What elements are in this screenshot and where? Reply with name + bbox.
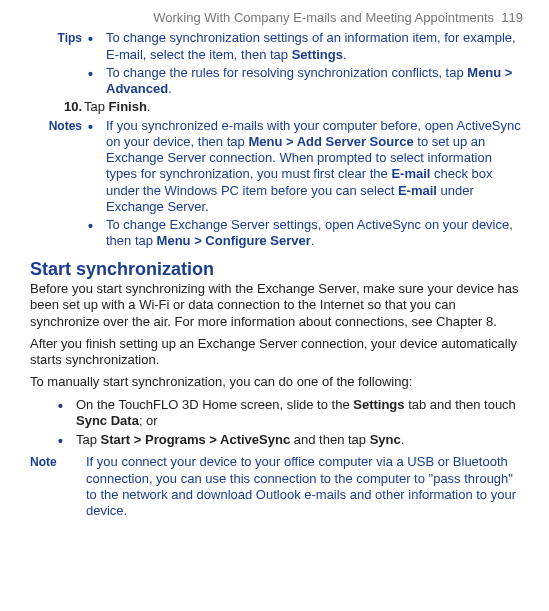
step-10: 10. Tap Finish. (30, 99, 523, 115)
bold: E-mail (391, 166, 430, 181)
bullet-icon: • (88, 217, 106, 233)
bold: Settings (292, 47, 343, 62)
section-heading: Start synchronization (30, 258, 523, 281)
bullet-icon: • (58, 397, 76, 413)
notes-row-1: Notes • If you synchronized e-mails with… (30, 118, 523, 216)
text: . (168, 81, 172, 96)
bold: Menu > Add Server Source (248, 134, 413, 149)
chapter-title: Working With Company E-mails and Meeting… (153, 10, 494, 25)
notes-row-2: • To change Exchange Server settings, op… (30, 217, 523, 250)
step-text: Tap Finish. (84, 99, 523, 115)
note-text-1: If you synchronized e-mails with your co… (106, 118, 523, 216)
text: . (147, 99, 151, 114)
text: . (401, 432, 405, 447)
tips-label: Tips (30, 30, 88, 46)
list-item-2: • Tap Start > Programs > ActiveSync and … (30, 432, 523, 448)
paragraph-2: After you finish setting up an Exchange … (30, 336, 523, 369)
tips-row-2: • To change the rules for resolving sync… (30, 65, 523, 98)
text: Tap (76, 432, 101, 447)
bold: Menu > Configure Server (157, 233, 311, 248)
text: ; or (139, 413, 158, 428)
text: On the TouchFLO 3D Home screen, slide to… (76, 397, 353, 412)
final-note: Note If you connect your device to your … (30, 454, 523, 519)
text: and then tap (290, 432, 370, 447)
bullet-icon: • (88, 65, 106, 81)
note-body: If you connect your device to your offic… (76, 454, 523, 519)
page-number: 119 (501, 10, 523, 25)
bold: Start > Programs > ActiveSync (101, 432, 291, 447)
bold: Sync (370, 432, 401, 447)
bold: Sync Data (76, 413, 139, 428)
page-header: Working With Company E-mails and Meeting… (30, 10, 523, 26)
paragraph-1: Before you start synchronizing with the … (30, 281, 523, 330)
tip-text-1: To change synchronization settings of an… (106, 30, 523, 63)
text: . (343, 47, 347, 62)
bold: Finish (109, 99, 147, 114)
tip-text-2: To change the rules for resolving synchr… (106, 65, 523, 98)
text: Tap (84, 99, 109, 114)
text: . (311, 233, 315, 248)
bullet-icon: • (58, 432, 76, 448)
list-item-1: • On the TouchFLO 3D Home screen, slide … (30, 397, 523, 430)
bullet-icon: • (88, 118, 106, 134)
text: To change the rules for resolving synchr… (106, 65, 467, 80)
note-label: Note (30, 454, 76, 470)
bullet-icon: • (88, 30, 106, 46)
step-number: 10. (30, 99, 84, 115)
tips-row-1: Tips • To change synchronization setting… (30, 30, 523, 63)
paragraph-3: To manually start synchronization, you c… (30, 374, 523, 390)
bold: E-mail (398, 183, 437, 198)
list-text-2: Tap Start > Programs > ActiveSync and th… (76, 432, 523, 448)
list-text-1: On the TouchFLO 3D Home screen, slide to… (76, 397, 523, 430)
bold: Settings (353, 397, 404, 412)
manual-page: Working With Company E-mails and Meeting… (0, 0, 549, 529)
note-text-2: To change Exchange Server settings, open… (106, 217, 523, 250)
text: tab and then touch (405, 397, 516, 412)
notes-label: Notes (30, 118, 88, 134)
